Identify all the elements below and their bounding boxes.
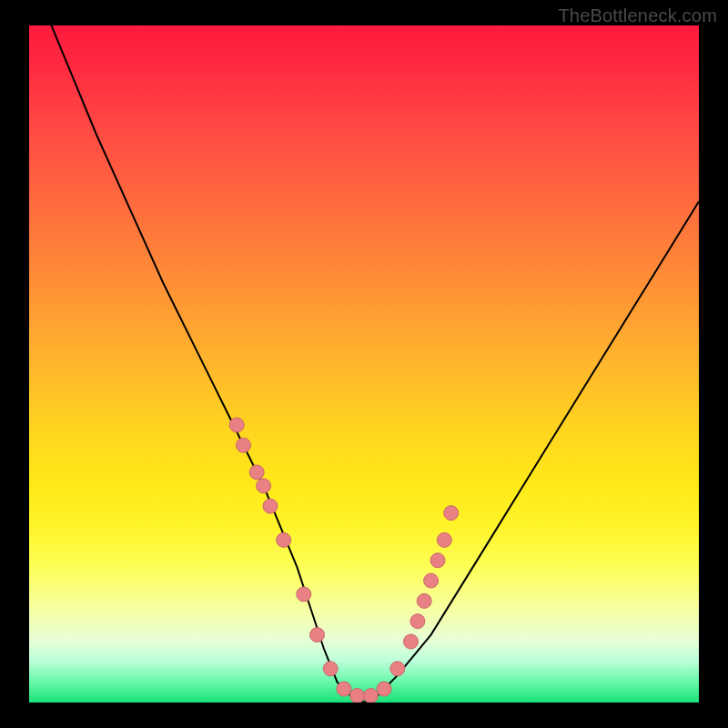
data-point-marker — [444, 506, 459, 521]
data-point-marker — [263, 499, 278, 513]
data-point-marker — [323, 662, 338, 676]
data-point-marker — [404, 634, 419, 649]
data-point-marker — [229, 418, 244, 432]
data-point-marker — [363, 689, 378, 703]
data-point-marker — [437, 532, 451, 547]
data-point-marker — [237, 438, 251, 452]
data-point-marker — [417, 593, 431, 608]
chart-frame: TheBottleneck.com — [0, 0, 728, 728]
curve-layer — [29, 25, 699, 703]
plot-area — [29, 25, 699, 703]
data-point-marker — [337, 682, 351, 696]
watermark-text: TheBottleneck.com — [558, 5, 717, 26]
data-point-marker — [410, 614, 425, 629]
data-point-marker — [310, 628, 325, 642]
data-point-marker — [430, 553, 445, 568]
data-point-marker — [277, 532, 291, 547]
data-point-marker — [377, 682, 391, 696]
data-point-marker — [390, 662, 405, 676]
bottleneck-curve — [29, 25, 699, 703]
data-point-marker — [350, 689, 365, 703]
data-point-marker — [424, 573, 439, 588]
data-point-marker — [257, 479, 271, 493]
data-point-marker — [297, 587, 311, 602]
data-point-marker — [249, 465, 264, 480]
